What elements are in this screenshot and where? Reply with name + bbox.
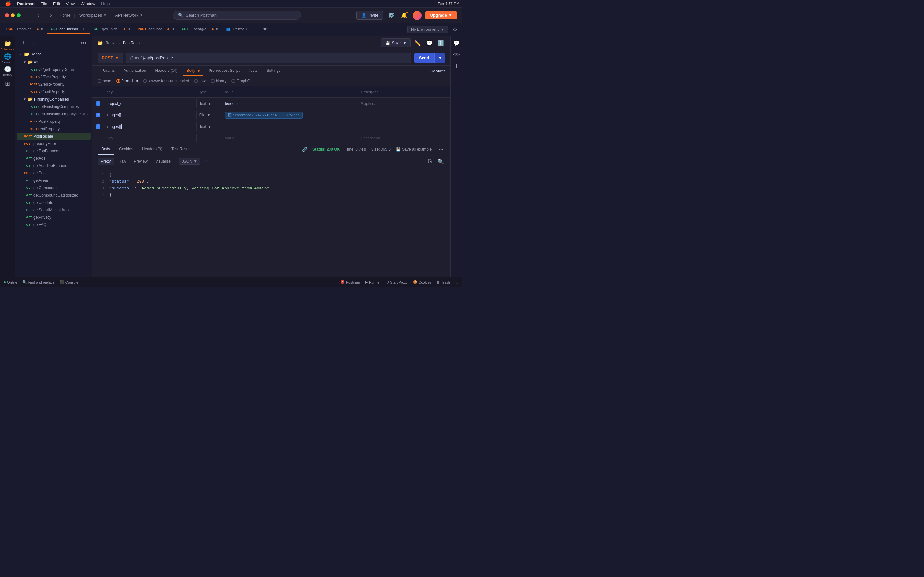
runner-btn[interactable]: ▶ Runner — [365, 280, 381, 284]
minimize-window-btn[interactable] — [11, 13, 15, 17]
folder-finishing[interactable]: ▼ 📂 FinishingCompanies — [17, 95, 91, 103]
format-pretty-btn[interactable]: Pretty — [97, 158, 114, 165]
request-postproperty[interactable]: POST PostProperty — [17, 118, 91, 125]
json-format-selector[interactable]: JSON ▼ — [179, 158, 200, 165]
request-getuserinfo[interactable]: GET getUserInfo — [17, 199, 91, 206]
radio-binary[interactable]: binary — [211, 79, 226, 83]
type-cell[interactable]: Text ▼ — [197, 122, 222, 131]
breadcrumb-workspace[interactable]: Renzo — [105, 41, 117, 45]
add-collection-btn[interactable]: + — [19, 39, 28, 47]
format-preview-btn[interactable]: Preview — [131, 158, 151, 165]
maximize-window-btn[interactable] — [17, 13, 21, 17]
resp-tab-cookies[interactable]: Cookies — [115, 144, 137, 155]
value-cell[interactable] — [222, 125, 359, 129]
tab-tests[interactable]: Tests — [245, 66, 262, 76]
tab-get-getfinishing2[interactable]: GET getFinishi... ✕ — [89, 25, 134, 34]
close-tab-btn[interactable]: ✕ — [128, 27, 130, 31]
add-tab-btn[interactable]: + — [252, 26, 261, 33]
status-online[interactable]: Online — [4, 280, 17, 284]
view-menu[interactable]: View — [63, 1, 78, 7]
request-getsocialmedia[interactable]: GET getSocialMediaLinks — [17, 206, 91, 213]
close-tab-btn[interactable]: ✕ — [83, 27, 86, 31]
request-propertyfilter[interactable]: POST propertyFilter — [17, 140, 91, 147]
send-chevron-btn[interactable]: ▼ — [435, 53, 445, 63]
edit-menu[interactable]: Edit — [50, 1, 63, 7]
request-v2-editproperty[interactable]: POST v2/editProperty — [17, 81, 91, 88]
tab-settings[interactable]: Settings — [263, 66, 284, 76]
window-menu[interactable]: Window — [78, 1, 98, 7]
more-options-btn[interactable]: ••• — [79, 39, 88, 47]
close-tab-btn[interactable]: ✕ — [171, 27, 174, 31]
tab-body[interactable]: Body — [183, 66, 204, 76]
search-response-btn[interactable]: 🔍 — [436, 157, 445, 166]
more-options-btn[interactable]: ••• — [437, 147, 445, 152]
tab-chevron-btn[interactable]: ▼ — [261, 27, 269, 32]
back-btn[interactable]: ‹ — [34, 11, 43, 20]
request-getads-topbanners[interactable]: GET getAds-TopBanners — [17, 162, 91, 169]
request-v2-getproperty[interactable]: GET v2/getPropertyDetails — [17, 66, 91, 73]
api-network-dropdown[interactable]: API Network ▼ — [115, 13, 143, 18]
filter-collections-btn[interactable]: ≡ — [30, 39, 39, 47]
cookies-link[interactable]: Cookies — [430, 69, 445, 73]
request-v2-postproperty[interactable]: POST v2/PostProperty — [17, 73, 91, 81]
save-btn[interactable]: 💾 Save as example Save ▼ — [381, 39, 411, 47]
code-icon[interactable]: </> — [452, 50, 461, 59]
trash-btn[interactable]: 🗑 Trash — [436, 280, 450, 284]
key-cell[interactable]: images[] — [104, 111, 197, 119]
invite-button[interactable]: 👤 Invite — [357, 11, 383, 19]
request-gettopbanners[interactable]: GET getTopBanners — [17, 147, 91, 155]
url-input[interactable]: {{local}} /api/postResale — [126, 53, 411, 63]
forward-btn[interactable]: › — [47, 11, 55, 20]
info-icon[interactable]: ℹ — [452, 61, 461, 71]
close-tab-btn[interactable]: ✕ — [246, 27, 249, 31]
request-getprivacy[interactable]: GET getPrivacy — [17, 214, 91, 221]
chat-icon[interactable]: 💬 — [452, 39, 461, 47]
radio-urlencoded[interactable]: x-www-form-urlencoded — [143, 79, 189, 83]
resp-tab-body[interactable]: Body — [97, 144, 114, 155]
word-wrap-btn[interactable]: ⇌ — [202, 157, 210, 166]
app-name-menu[interactable]: Postman — [15, 1, 37, 7]
type-cell[interactable]: File ▼ — [197, 111, 222, 119]
value-placeholder[interactable]: Value — [222, 134, 359, 142]
resp-tab-headers[interactable]: Headers (9) — [138, 144, 166, 155]
resp-tab-testresults[interactable]: Test Results — [168, 144, 196, 155]
row-checkbox[interactable] — [92, 124, 104, 129]
request-getcompound[interactable]: GET getCompound — [17, 184, 91, 191]
request-getfinishingdetails[interactable]: GET getFinishingCompanyDetails — [17, 111, 91, 118]
request-getcompoundcategorized[interactable]: GET getCompoundCategorized — [17, 192, 91, 199]
close-tab-btn[interactable]: ✕ — [216, 27, 218, 31]
request-getprice[interactable]: POST getPrice — [17, 169, 91, 177]
avatar[interactable] — [413, 11, 422, 20]
type-cell[interactable]: Text ▼ — [197, 99, 222, 108]
copy-response-btn[interactable]: ⎘ — [425, 157, 435, 166]
settings-btn[interactable]: ⚙️ — [387, 11, 396, 20]
environments-nav-btn[interactable]: 🌐 Environ... — [2, 53, 13, 64]
tab-headers[interactable]: Headers (10) — [151, 66, 181, 76]
request-getads[interactable]: GET getAds — [17, 155, 91, 162]
grid-view-btn[interactable]: ⊞ — [455, 280, 458, 284]
checkbox-icon[interactable] — [96, 101, 100, 106]
edit-request-btn[interactable]: ✏️ — [413, 39, 422, 47]
desc-cell[interactable]: // optional — [358, 99, 451, 108]
cookies-status-btn[interactable]: 🍪 Cookies — [413, 280, 431, 284]
notifications-btn[interactable]: 🔔 — [400, 11, 409, 20]
request-getareas[interactable]: GET getAreas — [17, 177, 91, 184]
key-placeholder[interactable]: Key — [104, 134, 197, 142]
file-menu[interactable]: File — [38, 1, 50, 7]
row-checkbox[interactable] — [92, 113, 104, 117]
send-btn[interactable]: Send — [414, 53, 435, 63]
radio-raw[interactable]: raw — [194, 79, 205, 83]
upgrade-button[interactable]: Upgrade ▼ — [425, 11, 457, 19]
comment-btn[interactable]: 💬 — [425, 39, 434, 47]
value-cell[interactable]: teeeeest — [222, 99, 359, 108]
apps-nav-btn[interactable]: ⊞ — [2, 78, 13, 90]
request-v2-rentproperty[interactable]: POST v2/rentProperty — [17, 88, 91, 95]
folder-v2[interactable]: ▼ 📂 v2 — [17, 58, 91, 66]
value-cell[interactable]: 🖼 Screenshot 2024-02-06 at 4.53.38 PM.pn… — [222, 110, 359, 121]
tab-authorization[interactable]: Authorization — [120, 66, 150, 76]
checkbox-icon[interactable] — [96, 124, 100, 129]
info-btn[interactable]: ℹ️ — [436, 39, 445, 47]
help-menu[interactable]: Help — [99, 1, 112, 7]
search-bar[interactable]: 🔍 Search Postman — [173, 11, 301, 19]
key-cell[interactable]: images[] — [104, 122, 197, 131]
